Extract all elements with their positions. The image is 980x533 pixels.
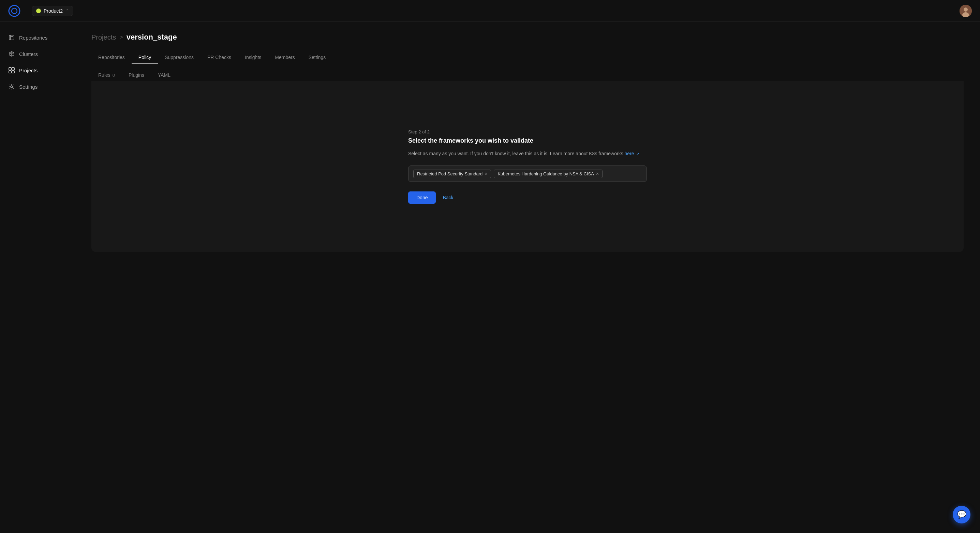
- content-area: Projects > version_stage Repositories Po…: [75, 22, 980, 533]
- org-selector[interactable]: Product2 ⌃: [32, 6, 73, 16]
- repo-icon: [8, 34, 15, 41]
- settings-icon: [8, 83, 15, 90]
- remove-rpss-tag[interactable]: ×: [485, 171, 487, 176]
- cluster-icon: [8, 51, 15, 57]
- wizard-title: Select the frameworks you wish to valida…: [408, 137, 647, 144]
- tab-repositories[interactable]: Repositories: [91, 51, 132, 64]
- wizard-step-label: Step 2 of 2: [408, 129, 647, 134]
- topbar-left: Product2 ⌃: [8, 5, 73, 17]
- sidebar-label-projects: Projects: [19, 67, 38, 73]
- wizard-desc-text: Select as many as you want. If you don't…: [408, 151, 623, 156]
- chevron-down-icon: ⌃: [65, 8, 69, 13]
- tab-insights[interactable]: Insights: [238, 51, 268, 64]
- org-name: Product2: [44, 8, 63, 14]
- avatar-image: [959, 5, 972, 17]
- main-tabs: Repositories Policy Suppressions PR Chec…: [91, 51, 964, 64]
- org-dot-icon: [36, 8, 41, 13]
- here-link[interactable]: here: [625, 151, 634, 156]
- chat-icon: 💬: [957, 510, 966, 519]
- svg-rect-6: [9, 67, 11, 70]
- svg-point-0: [9, 5, 20, 16]
- tab-pr-checks[interactable]: PR Checks: [200, 51, 238, 64]
- svg-rect-8: [9, 71, 11, 73]
- breadcrumb-parent[interactable]: Projects: [91, 34, 116, 41]
- sidebar-label-clusters: Clusters: [19, 51, 38, 57]
- svg-point-10: [11, 86, 13, 88]
- sidebar-label-settings: Settings: [19, 84, 38, 90]
- topbar: Product2 ⌃: [0, 0, 980, 22]
- svg-rect-7: [12, 67, 14, 70]
- sub-tab-plugins[interactable]: Plugins: [122, 70, 151, 81]
- framework-tag-label-k8s-nsa: Kubernetes Hardening Guidance by NSA & C…: [498, 171, 594, 176]
- sub-tabs: Rules 0 Plugins YAML: [91, 64, 964, 81]
- sub-tab-yaml[interactable]: YAML: [151, 70, 177, 81]
- chat-bubble[interactable]: 💬: [953, 506, 970, 523]
- done-button[interactable]: Done: [408, 191, 436, 204]
- framework-tag-label-rpss: Restricted Pod Security Standard: [417, 171, 482, 176]
- wizard-description: Select as many as you want. If you don't…: [408, 150, 647, 157]
- breadcrumb: Projects > version_stage: [91, 33, 964, 41]
- topbar-divider: [26, 6, 26, 16]
- breadcrumb-separator: >: [119, 34, 123, 41]
- app-logo: [8, 5, 21, 17]
- back-button[interactable]: Back: [442, 191, 453, 204]
- framework-tag-rpss: Restricted Pod Security Standard ×: [413, 169, 491, 178]
- svg-rect-5: [9, 35, 14, 40]
- framework-tag-k8s-nsa: Kubernetes Hardening Guidance by NSA & C…: [494, 169, 603, 178]
- tab-settings[interactable]: Settings: [302, 51, 333, 64]
- framework-tags-container[interactable]: Restricted Pod Security Standard × Kuber…: [408, 166, 647, 182]
- tab-suppressions[interactable]: Suppressions: [158, 51, 200, 64]
- sidebar-label-repositories: Repositories: [19, 35, 48, 41]
- projects-icon: [8, 67, 15, 74]
- external-link-icon: ↗: [636, 151, 640, 157]
- tab-policy[interactable]: Policy: [132, 51, 158, 64]
- rules-count: 0: [113, 73, 115, 78]
- wizard-card: Step 2 of 2 Select the frameworks you wi…: [408, 129, 647, 204]
- sidebar-item-clusters[interactable]: Clusters: [0, 46, 75, 61]
- main-layout: Repositories Clusters Projects: [0, 22, 980, 533]
- sub-tab-rules[interactable]: Rules 0: [91, 70, 122, 81]
- wizard-buttons: Done Back: [408, 191, 647, 204]
- sidebar-item-repositories[interactable]: Repositories: [0, 30, 75, 45]
- svg-point-3: [964, 8, 968, 11]
- breadcrumb-current: version_stage: [127, 33, 177, 41]
- svg-point-1: [11, 8, 17, 14]
- user-avatar[interactable]: [959, 5, 972, 17]
- sidebar-item-projects[interactable]: Projects: [0, 63, 75, 78]
- remove-k8s-nsa-tag[interactable]: ×: [596, 171, 599, 176]
- main-panel: Step 2 of 2 Select the frameworks you wi…: [91, 81, 964, 252]
- sidebar: Repositories Clusters Projects: [0, 22, 75, 533]
- svg-rect-9: [12, 71, 14, 73]
- tab-members[interactable]: Members: [268, 51, 301, 64]
- sidebar-item-settings[interactable]: Settings: [0, 79, 75, 94]
